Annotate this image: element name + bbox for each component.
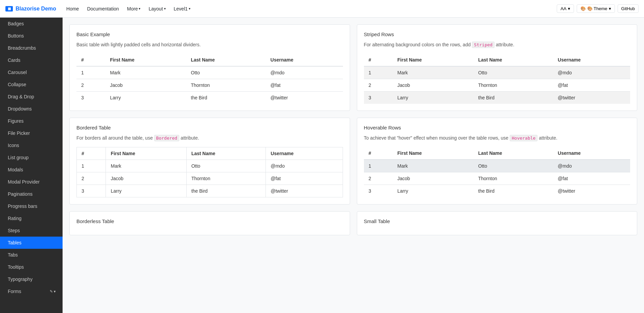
cell-num: 2 bbox=[364, 79, 393, 92]
theme-label: 🎨 Theme bbox=[587, 6, 607, 11]
bordered-desc-suffix: attribute. bbox=[181, 135, 199, 141]
col-username: Username bbox=[266, 147, 343, 160]
col-firstname: First Name bbox=[393, 147, 474, 160]
sidebar-item-filepicker[interactable]: File Picker bbox=[0, 127, 63, 139]
cell-num: 3 bbox=[76, 92, 105, 104]
col-hash: # bbox=[364, 147, 393, 160]
sidebar-item-typography[interactable]: Typography bbox=[0, 273, 63, 285]
sidebar-item-buttons[interactable]: Buttons bbox=[0, 30, 63, 42]
hoverable-rows-desc: To achieve that "hover" effect when mous… bbox=[364, 135, 630, 142]
sidebar-item-tooltips[interactable]: Tooltips bbox=[0, 261, 63, 273]
cell-lastname: Thornton bbox=[186, 172, 266, 185]
striped-desc-suffix: attribute. bbox=[496, 42, 514, 47]
nav-more[interactable]: More ▾ bbox=[124, 4, 144, 14]
brand-icon: ▦ bbox=[5, 6, 13, 11]
small-table-title: Small Table bbox=[364, 218, 630, 224]
section-grid-1: Basic Example Basic table with lightly p… bbox=[69, 24, 637, 111]
sidebar-item-listgroup[interactable]: List group bbox=[0, 151, 63, 164]
sidebar: Badges Buttons Breadcrumbs Cards Carouse… bbox=[0, 18, 63, 313]
cell-lastname: the Bird bbox=[186, 185, 266, 197]
sidebar-item-modals[interactable]: Modals bbox=[0, 164, 63, 176]
sidebar-item-tables[interactable]: Tables bbox=[0, 237, 63, 249]
cell-num: 2 bbox=[77, 172, 106, 185]
table-row: 3 Larry the Bird @twitter bbox=[77, 185, 343, 197]
theme-button[interactable]: 🎨 🎨 Theme ▾ bbox=[577, 4, 615, 13]
nav-home[interactable]: Home bbox=[63, 4, 82, 14]
sidebar-item-paginations[interactable]: Paginations bbox=[0, 188, 63, 200]
cell-username: @mdo bbox=[266, 66, 343, 79]
github-label: GitHub bbox=[621, 6, 635, 11]
col-lastname: Last Name bbox=[474, 54, 553, 66]
bordered-table-title: Bordered Table bbox=[76, 125, 343, 130]
table-header-row: # First Name Last Name Username bbox=[76, 54, 343, 66]
hoverable-desc-prefix: To achieve that "hover" effect when mous… bbox=[364, 135, 510, 141]
hoverable-rows-title: Hoverable Rows bbox=[364, 125, 630, 130]
nav-links: Home Documentation More ▾ Layout ▾ Level… bbox=[63, 4, 557, 14]
table-row: 1 Mark Otto @mdo bbox=[76, 66, 343, 79]
table-header-row: # First Name Last Name Username bbox=[364, 147, 630, 160]
cell-username: @twitter bbox=[553, 185, 630, 197]
col-firstname: First Name bbox=[393, 54, 474, 66]
basic-example-desc: Basic table with lightly padded cells an… bbox=[76, 41, 343, 48]
hoverable-code: Hoverable bbox=[510, 135, 537, 141]
cell-username: @fat bbox=[553, 172, 630, 185]
col-hash: # bbox=[77, 147, 106, 160]
cell-username: @twitter bbox=[553, 92, 630, 104]
brand-link[interactable]: ▦ Blazorise Demo bbox=[5, 6, 56, 12]
nav-documentation[interactable]: Documentation bbox=[84, 4, 122, 14]
col-firstname: First Name bbox=[106, 147, 186, 160]
sidebar-item-carousel[interactable]: Carousel bbox=[0, 66, 63, 78]
col-lastname: Last Name bbox=[186, 147, 266, 160]
sidebar-item-dropdowns[interactable]: Dropdowns bbox=[0, 103, 63, 115]
cell-lastname: Otto bbox=[186, 160, 266, 172]
col-hash: # bbox=[364, 54, 393, 66]
brand-text: Blazorise Demo bbox=[16, 6, 56, 12]
hoverable-table: # First Name Last Name Username 1 Mark O… bbox=[364, 147, 630, 197]
sidebar-item-modalprovider[interactable]: Modal Provider bbox=[0, 176, 63, 188]
sidebar-item-cards[interactable]: Cards bbox=[0, 54, 63, 66]
table-row: 3 Larry the Bird @twitter bbox=[364, 185, 630, 197]
sidebar-item-breadcrumbs[interactable]: Breadcrumbs bbox=[0, 42, 63, 54]
sidebar-item-collapse[interactable]: Collapse bbox=[0, 78, 63, 91]
table-row: 3 Larry the Bird @twitter bbox=[76, 92, 343, 104]
striped-code: Striped bbox=[472, 42, 495, 48]
cell-num: 1 bbox=[364, 66, 393, 79]
cell-num: 3 bbox=[77, 185, 106, 197]
cell-firstname: Mark bbox=[393, 160, 474, 172]
sidebar-item-tabs[interactable]: Tabs bbox=[0, 249, 63, 261]
table-row: 2 Jacob Thornton @fat bbox=[364, 79, 630, 92]
cell-username: @twitter bbox=[266, 92, 343, 104]
font-size-button[interactable]: AA ▾ bbox=[557, 4, 574, 13]
basic-example-card: Basic Example Basic table with lightly p… bbox=[69, 24, 350, 111]
sidebar-item-rating[interactable]: Rating bbox=[0, 212, 63, 224]
sidebar-item-steps[interactable]: Steps bbox=[0, 224, 63, 237]
sidebar-item-figures[interactable]: Figures bbox=[0, 115, 63, 127]
cell-num: 2 bbox=[364, 172, 393, 185]
nav-layout[interactable]: Layout ▾ bbox=[145, 4, 169, 14]
forms-expand-icon: ✎ ▾ bbox=[50, 289, 56, 294]
font-caret-icon: ▾ bbox=[568, 6, 570, 11]
sidebar-item-progressbars[interactable]: Progress bars bbox=[0, 200, 63, 212]
sidebar-item-dragdrop[interactable]: Drag & Drop bbox=[0, 91, 63, 103]
table-row: 2 Jacob Thornton @fat bbox=[77, 172, 343, 185]
github-button[interactable]: GitHub bbox=[618, 4, 639, 13]
sidebar-item-badges[interactable]: Badges bbox=[0, 18, 63, 30]
nav-level1[interactable]: Level1 ▾ bbox=[170, 4, 194, 14]
table-row: 1 Mark Otto @mdo bbox=[364, 160, 630, 172]
cell-firstname: Jacob bbox=[106, 172, 186, 185]
col-firstname: First Name bbox=[105, 54, 186, 66]
cell-num: 3 bbox=[364, 185, 393, 197]
cell-lastname: Otto bbox=[474, 66, 553, 79]
striped-rows-desc: For alternating background colors on the… bbox=[364, 41, 630, 48]
sidebar-item-icons[interactable]: Icons bbox=[0, 139, 63, 151]
col-lastname: Last Name bbox=[186, 54, 266, 66]
col-hash: # bbox=[76, 54, 105, 66]
cell-username: @fat bbox=[553, 79, 630, 92]
table-row: 1 Mark Otto @mdo bbox=[77, 160, 343, 172]
hoverable-desc-suffix: attribute. bbox=[539, 135, 557, 141]
sidebar-item-forms[interactable]: Forms ✎ ▾ bbox=[0, 285, 63, 297]
striped-rows-card: Striped Rows For alternating background … bbox=[357, 24, 638, 111]
theme-caret-icon: ▾ bbox=[609, 6, 611, 11]
cell-lastname: the Bird bbox=[474, 185, 553, 197]
bordered-desc-prefix: For borders all around the table, use bbox=[76, 135, 154, 141]
